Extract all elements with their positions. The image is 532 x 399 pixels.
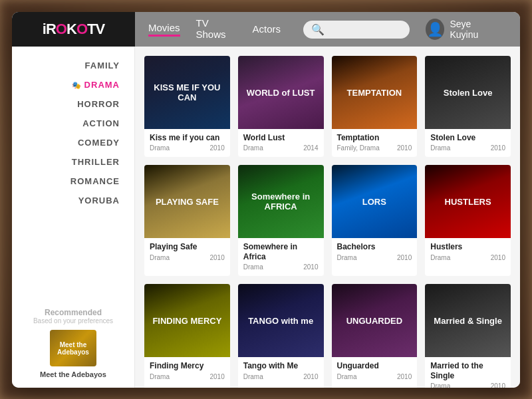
movie-thumb-image: Stolen Love — [425, 56, 511, 129]
movie-thumbnail: KISS ME IF YOU CAN — [144, 56, 230, 129]
app-window: iROKOTV Movies TV Shows Actors 🔍 👤 Seye … — [12, 12, 520, 388]
main-content: KISS ME IF YOU CAN Kiss me if you can Dr… — [135, 47, 520, 388]
movie-thumbnail: Stolen Love — [425, 56, 511, 129]
recommended-thumb[interactable]: Meet theAdebayos — [50, 330, 96, 366]
movie-thumbnail: LORS — [332, 165, 418, 238]
movie-meta: Drama 2010 — [150, 144, 225, 152]
movie-genre: Drama — [150, 144, 170, 152]
movie-meta: Drama 2014 — [243, 144, 319, 152]
movie-info: Temptation Family, Drama 2010 — [332, 129, 418, 157]
movie-title: Unguarded — [337, 361, 412, 370]
movie-card[interactable]: TANGO with me Tango with Me Drama 2010 — [238, 284, 324, 388]
movie-card[interactable]: Married & Single Married to the Single D… — [425, 284, 511, 388]
movie-thumbnail: PLAYING SAFE — [144, 165, 230, 238]
movie-info: Married to the Single Drama 2010 — [425, 357, 511, 388]
movie-year: 2010 — [303, 373, 318, 380]
movie-card[interactable]: FINDING MERCY Finding Mercy Drama 2010 — [144, 284, 230, 388]
sidebar-item-family[interactable]: FAMILY — [12, 56, 134, 75]
body-area: FAMILYDRAMAHORRORACTIONCOMEDYTHRILLERROM… — [12, 47, 520, 388]
movie-thumbnail: HUSTLERS — [425, 165, 511, 238]
movie-meta: Drama 2010 — [430, 382, 505, 388]
movie-title: World Lust — [243, 133, 319, 142]
movie-genre: Family, Drama — [337, 144, 380, 152]
movie-thumb-image: KISS ME IF YOU CAN — [144, 56, 230, 129]
movie-info: Unguarded Drama 2010 — [332, 357, 418, 385]
sidebar-item-action[interactable]: ACTION — [12, 114, 134, 133]
movie-title: Bachelors — [337, 242, 412, 251]
movie-year: 2010 — [397, 144, 412, 152]
recommended-label: Recommended — [20, 308, 126, 317]
recommended-sublabel: Based on your preferences — [20, 317, 126, 325]
movie-title: Somewhere in Africa — [243, 242, 319, 261]
movie-thumb-image: WORLD of LUST — [238, 56, 324, 129]
movie-meta: Drama 2010 — [150, 373, 225, 380]
movie-thumbnail: Married & Single — [425, 284, 511, 357]
sidebar-item-drama[interactable]: DRAMA — [12, 75, 134, 94]
movie-thumb-image: Married & Single — [425, 284, 511, 357]
movie-meta: Drama 2010 — [243, 263, 319, 271]
nav-actors[interactable]: Actors — [253, 23, 281, 36]
movie-card[interactable]: HUSTLERS Hustlers Drama 2010 — [425, 165, 511, 276]
movie-thumbnail: TEMPTATION — [332, 56, 418, 129]
movie-title: Stolen Love — [430, 133, 505, 142]
movie-year: 2010 — [303, 263, 318, 271]
movie-thumbnail: TANGO with me — [238, 284, 324, 357]
movie-genre: Drama — [430, 382, 450, 388]
movie-card[interactable]: WORLD of LUST World Lust Drama 2014 — [238, 56, 324, 157]
movie-card[interactable]: LORS Bachelors Drama 2010 — [332, 165, 418, 276]
movie-thumb-image: PLAYING SAFE — [144, 165, 230, 238]
movie-genre: Drama — [243, 263, 263, 271]
movie-info: Somewhere in Africa Drama 2010 — [238, 238, 324, 276]
nav-area: Movies TV Shows Actors 🔍 👤 Seye Kuyinu — [135, 17, 520, 41]
movie-title: Hustlers — [430, 242, 505, 251]
movie-genre: Drama — [150, 254, 170, 261]
movie-meta: Family, Drama 2010 — [337, 144, 412, 152]
movie-info: Hustlers Drama 2010 — [425, 238, 511, 266]
movie-year: 2010 — [491, 382, 505, 388]
user-name: Seye Kuyinu — [450, 19, 496, 40]
search-input[interactable] — [327, 25, 414, 35]
movie-year: 2010 — [210, 144, 225, 152]
sidebar-item-comedy[interactable]: COMEDY — [12, 133, 134, 152]
movie-year: 2010 — [210, 254, 225, 261]
movie-card[interactable]: KISS ME IF YOU CAN Kiss me if you can Dr… — [144, 56, 230, 157]
movie-info: Playing Safe Drama 2010 — [144, 238, 230, 266]
search-box[interactable]: 🔍 — [303, 21, 410, 39]
movie-card[interactable]: Somewhere in AFRICA Somewhere in Africa … — [238, 165, 324, 276]
header: iROKOTV Movies TV Shows Actors 🔍 👤 Seye … — [12, 12, 520, 47]
movie-title: Tango with Me — [243, 361, 319, 370]
nav-movies[interactable]: Movies — [148, 22, 180, 37]
nav-tvshows[interactable]: TV Shows — [196, 17, 237, 41]
user-area: 👤 Seye Kuyinu — [426, 19, 496, 40]
movie-genre: Drama — [430, 144, 450, 152]
movie-meta: Drama 2010 — [243, 373, 319, 380]
movie-year: 2014 — [303, 144, 318, 152]
sidebar-item-thriller[interactable]: THRILLER — [12, 152, 134, 172]
sidebar-item-yoruba[interactable]: YORUBA — [12, 191, 134, 210]
logo: iROKOTV — [43, 21, 104, 38]
movie-genre: Drama — [337, 254, 357, 261]
movie-year: 2010 — [397, 254, 412, 261]
movie-info: Kiss me if you can Drama 2010 — [144, 129, 230, 157]
movie-thumb-image: TEMPTATION — [332, 56, 418, 129]
movie-card[interactable]: UNGUARDED Unguarded Drama 2010 — [332, 284, 418, 388]
movie-thumb-image: HUSTLERS — [425, 165, 511, 238]
movie-thumbnail: FINDING MERCY — [144, 284, 230, 357]
movie-card[interactable]: PLAYING SAFE Playing Safe Drama 2010 — [144, 165, 230, 276]
movie-genre: Drama — [430, 254, 450, 261]
search-icon: 🔍 — [311, 23, 325, 36]
movie-card[interactable]: TEMPTATION Temptation Family, Drama 2010 — [332, 56, 418, 157]
movie-year: 2010 — [491, 144, 505, 152]
movie-info: Bachelors Drama 2010 — [332, 238, 418, 266]
movie-title: Married to the Single — [430, 361, 505, 380]
movie-meta: Drama 2010 — [337, 254, 412, 261]
movie-card[interactable]: Stolen Love Stolen Love Drama 2010 — [425, 56, 511, 157]
movies-grid: KISS ME IF YOU CAN Kiss me if you can Dr… — [144, 56, 511, 388]
sidebar-item-romance[interactable]: ROMANCE — [12, 172, 134, 191]
movie-title: Finding Mercy — [150, 361, 225, 370]
movie-thumb-image: UNGUARDED — [332, 284, 418, 357]
sidebar-item-horror[interactable]: HORROR — [12, 94, 134, 114]
movie-thumbnail: UNGUARDED — [332, 284, 418, 357]
movie-meta: Drama 2010 — [337, 373, 412, 380]
movie-thumb-image: FINDING MERCY — [144, 284, 230, 357]
